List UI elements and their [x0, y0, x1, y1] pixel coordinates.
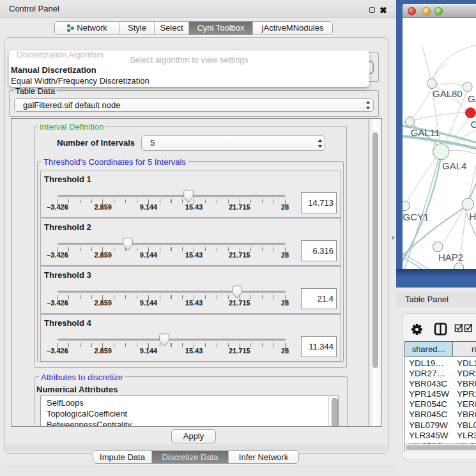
svg-text:C: C [471, 119, 476, 130]
svg-text:H: H [470, 211, 476, 222]
svg-text:GAL11: GAL11 [411, 127, 440, 138]
svg-text:GA: GA [468, 93, 476, 104]
svg-text:GAL4: GAL4 [442, 160, 466, 171]
svg-text:GCY1: GCY1 [403, 211, 429, 222]
svg-text:GAL80: GAL80 [433, 88, 463, 99]
svg-text:HAP2: HAP2 [438, 252, 463, 263]
